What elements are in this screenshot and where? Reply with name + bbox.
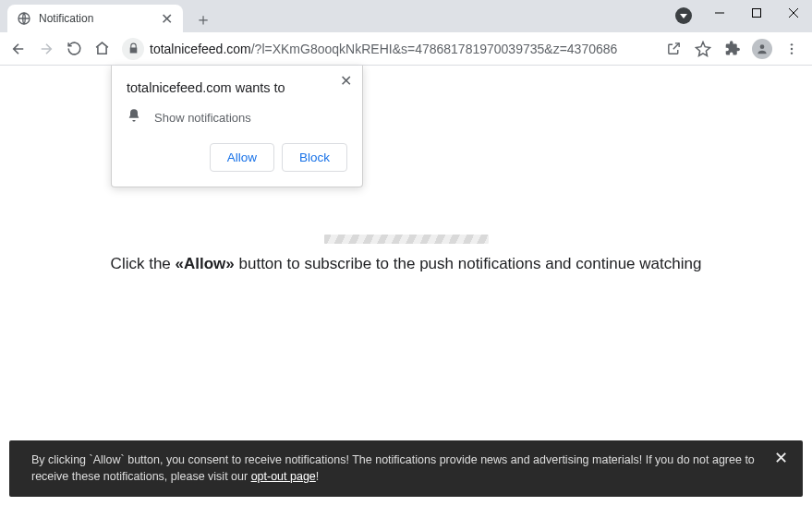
- svg-point-4: [791, 47, 793, 49]
- address-bar[interactable]: totalnicefeed.com/?l=XKmG8ooqkNkREHI&s=4…: [122, 38, 653, 60]
- consent-text-after: !: [316, 470, 319, 483]
- permission-text: Show notifications: [154, 111, 251, 125]
- browser-tab[interactable]: Notification ✕: [7, 5, 183, 32]
- globe-icon: [17, 11, 31, 26]
- back-button[interactable]: [6, 36, 31, 62]
- svg-point-2: [760, 44, 765, 49]
- block-button[interactable]: Block: [282, 143, 347, 172]
- share-icon[interactable]: [661, 36, 686, 62]
- close-window-button[interactable]: [775, 0, 812, 26]
- permission-title: totalnicefeed.com wants to: [127, 80, 347, 95]
- browser-window-frame: Notification ✕ ＋ t: [0, 0, 812, 66]
- incognito-indicator-icon[interactable]: [675, 7, 692, 24]
- url-path: /?l=XKmG8ooqkNkREHI&s=478681781970039735…: [251, 42, 618, 56]
- window-controls: [701, 0, 812, 26]
- reload-button[interactable]: [61, 36, 87, 62]
- new-tab-button[interactable]: ＋: [190, 6, 216, 32]
- allow-button[interactable]: Allow: [210, 143, 274, 172]
- opt-out-link[interactable]: opt-out page: [251, 470, 316, 483]
- menu-dots-icon[interactable]: [779, 36, 805, 62]
- titlebar: Notification ✕ ＋: [0, 0, 812, 32]
- maximize-button[interactable]: [738, 0, 775, 26]
- page-message: Click the «Allow» button to subscribe to…: [111, 255, 702, 273]
- tab-strip: Notification ✕ ＋: [0, 0, 216, 32]
- tab-title: Notification: [39, 12, 159, 25]
- svg-rect-1: [753, 9, 761, 18]
- home-button[interactable]: [89, 36, 115, 62]
- url-text: totalnicefeed.com/?l=XKmG8ooqkNkREHI&s=4…: [150, 42, 617, 56]
- url-domain: totalnicefeed.com: [150, 42, 251, 56]
- notification-permission-prompt: ✕ totalnicefeed.com wants to Show notifi…: [111, 66, 363, 187]
- browser-toolbar: totalnicefeed.com/?l=XKmG8ooqkNkREHI&s=4…: [0, 32, 812, 66]
- consent-banner: ✕ By clicking `Allow` button, you consen…: [9, 440, 803, 498]
- profile-avatar[interactable]: [749, 36, 775, 62]
- consent-text: By clicking `Allow` button, you consent …: [31, 453, 755, 484]
- toolbar-actions: [661, 36, 806, 62]
- page-content: ✕ totalnicefeed.com wants to Show notifi…: [0, 66, 812, 506]
- loading-bar: [324, 235, 489, 244]
- lock-icon[interactable]: [122, 38, 144, 60]
- extensions-icon[interactable]: [720, 36, 745, 62]
- bookmark-star-icon[interactable]: [690, 36, 716, 62]
- forward-button[interactable]: [33, 36, 59, 62]
- minimize-button[interactable]: [701, 0, 738, 26]
- close-icon[interactable]: ✕: [336, 71, 355, 90]
- tab-close-icon[interactable]: ✕: [159, 11, 174, 26]
- bell-icon: [127, 108, 141, 126]
- close-icon[interactable]: ✕: [771, 450, 790, 468]
- svg-point-5: [791, 52, 793, 54]
- svg-point-3: [791, 43, 793, 45]
